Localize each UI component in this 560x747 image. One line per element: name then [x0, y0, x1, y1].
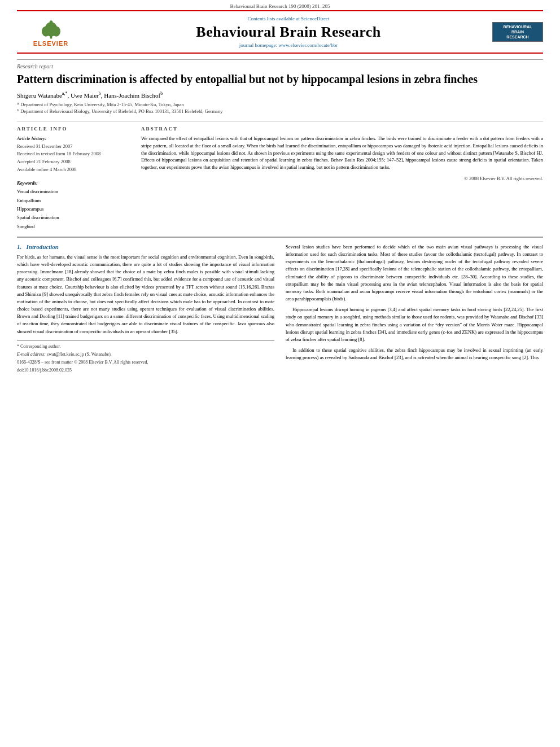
right-col-text: Several lesion studies have been perform… — [286, 243, 543, 362]
email-value: swat@flet.keio.ac.jp (S. Watanabe). — [47, 352, 112, 357]
journal-title: Behavioural Brain Research — [85, 24, 492, 41]
contents-text: Contents lists available at — [248, 16, 300, 21]
keyword-5: Songbird — [17, 222, 130, 231]
article-info-section: ARTICLE INFO Article history: Received 3… — [17, 121, 543, 231]
footnotes: * Corresponding author. E-mail address: … — [17, 340, 274, 374]
affiliation-b: ᵇ Department of Behavioural Biology, Uni… — [17, 108, 543, 115]
bbr-line2: BRAIN — [511, 29, 524, 34]
svg-point-4 — [49, 20, 53, 24]
journal-reference: Behavioural Brain Research 190 (2008) 20… — [0, 0, 560, 10]
intro-body: For birds, as for humans, the visual sen… — [17, 254, 274, 335]
abstract-col: ABSTRACT We compared the effect of entop… — [141, 126, 543, 231]
right-para1: Several lesion studies have been perform… — [286, 243, 543, 303]
keywords-title: Keywords: — [17, 179, 130, 187]
revised-date: Received in revised form 18 February 200… — [17, 150, 130, 158]
article-info-col: ARTICLE INFO Article history: Received 3… — [17, 126, 130, 231]
elsevier-tree-icon — [36, 18, 67, 40]
history-title: Article history: — [17, 135, 130, 143]
doi-note: doi:10.1016/j.bbr.2008.02.035 — [17, 367, 274, 374]
body-right-col: Several lesion studies have been perform… — [286, 243, 543, 375]
body-left-col: 1. Introduction For birds, as for humans… — [17, 243, 274, 375]
available-date: Available online 4 March 2008 — [17, 166, 130, 174]
journal-header: ELSEVIER Contents lists available at Sci… — [17, 10, 543, 54]
keyword-1: Visual discrimination — [17, 187, 130, 196]
article-content: Research report Pattern discrimination i… — [17, 59, 543, 375]
body-section: 1. Introduction For birds, as for humans… — [17, 237, 543, 375]
copyright-line: © 2008 Elsevier B.V. All rights reserved… — [141, 176, 543, 181]
section-number: 1. — [17, 243, 21, 250]
received-date: Received 31 December 2007 — [17, 143, 130, 151]
right-para3: In addition to these spatial cognitive a… — [286, 347, 543, 361]
intro-heading: 1. Introduction — [17, 243, 274, 250]
keyword-3: Hippocampus — [17, 205, 130, 213]
journal-title-area: Contents lists available at ScienceDirec… — [85, 16, 492, 48]
article-history: Article history: Received 31 December 20… — [17, 135, 130, 173]
svg-point-3 — [52, 26, 60, 36]
sciencedirect-link[interactable]: ScienceDirect — [301, 16, 329, 21]
journal-homepage: journal homepage: www.elsevier.com/locat… — [85, 42, 492, 48]
journal-ref-text: Behavioural Brain Research 190 (2008) 20… — [230, 3, 330, 9]
section-title: Introduction — [27, 243, 59, 250]
email-note: E-mail address: swat@flet.keio.ac.jp (S.… — [17, 351, 274, 358]
abstract-label: ABSTRACT — [141, 126, 543, 132]
svg-point-2 — [42, 26, 50, 36]
accepted-date: Accepted 21 February 2008 — [17, 158, 130, 166]
email-label: E-mail address: — [17, 352, 46, 357]
bbr-line1: BEHAVIOURAL — [504, 24, 532, 29]
issn-note: 0166-4328/$ – see front matter © 2008 El… — [17, 359, 274, 366]
keyword-4: Spatial discrimination — [17, 213, 130, 222]
corresponding-note: * Corresponding author. — [17, 343, 274, 350]
page-wrapper: Behavioural Brain Research 190 (2008) 20… — [0, 0, 560, 375]
elsevier-logo: ELSEVIER — [17, 18, 85, 47]
contents-line: Contents lists available at ScienceDirec… — [85, 16, 492, 21]
homepage-text: journal homepage: www.elsevier.com/locat… — [239, 42, 338, 48]
elsevier-brand-text: ELSEVIER — [33, 40, 68, 47]
affiliations: ᵃ Department of Psychology, Keio Univers… — [17, 101, 543, 116]
abstract-text: We compared the effect of entopallial le… — [141, 135, 543, 171]
article-title: Pattern discrimination is affected by en… — [17, 72, 543, 86]
keywords-block: Keywords: Visual discrimination Entopall… — [17, 179, 130, 231]
article-info-label: ARTICLE INFO — [17, 126, 130, 132]
authors-line: Shigeru Watanabea,*, Uwe Maierb, Hans-Jo… — [17, 91, 543, 99]
svg-rect-5 — [49, 23, 53, 27]
article-type: Research report — [17, 59, 543, 69]
bbr-logo: BEHAVIOURAL BRAIN RESEARCH — [492, 22, 543, 42]
right-para2: Hippocampal lesions disrupt homing in pi… — [286, 306, 543, 343]
bbr-line3: RESEARCH — [506, 34, 528, 40]
intro-para1: For birds, as for humans, the visual sen… — [17, 254, 274, 335]
keyword-2: Entopallium — [17, 196, 130, 205]
affiliation-a: ᵃ Department of Psychology, Keio Univers… — [17, 101, 543, 108]
